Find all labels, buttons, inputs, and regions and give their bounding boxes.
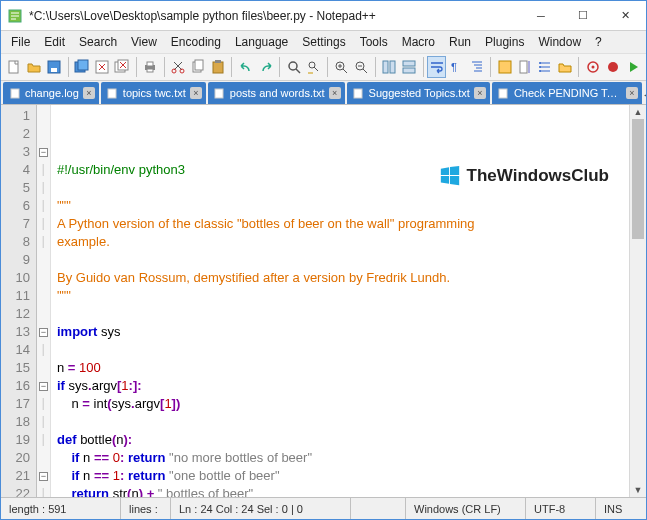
menu-search[interactable]: Search [73, 33, 123, 51]
tab-2[interactable]: posts and words.txt× [208, 82, 345, 104]
tab-close-icon[interactable]: × [83, 87, 95, 99]
window-title: *C:\Users\Love\Desktop\sample python fil… [29, 9, 520, 23]
menu-window[interactable]: Window [532, 33, 587, 51]
code-line[interactable]: A Python version of the classic "bottles… [57, 215, 629, 233]
fold-toggle-icon[interactable]: − [39, 328, 48, 337]
code-line[interactable]: example. [57, 233, 629, 251]
code-line[interactable]: return str(n) + " bottles of beer" [57, 485, 629, 497]
menu-plugins[interactable]: Plugins [479, 33, 530, 51]
menu-run[interactable]: Run [443, 33, 477, 51]
code-line[interactable]: def bottle(n): [57, 431, 629, 449]
scroll-down-icon[interactable]: ▼ [630, 483, 646, 497]
code-line[interactable] [57, 251, 629, 269]
print-button[interactable] [141, 56, 160, 78]
svg-rect-24 [403, 61, 415, 66]
sync-h-button[interactable] [400, 56, 419, 78]
line-number-gutter: 12345678910111213141516171819202122 [1, 105, 37, 497]
code-area[interactable]: TheWindowsClub #!/usr/bin/env python3 ""… [51, 105, 629, 497]
zoom-out-button[interactable] [352, 56, 371, 78]
menu-macro[interactable]: Macro [396, 33, 441, 51]
fold-column[interactable]: −│││││ −│ −│││ −│ [37, 105, 51, 497]
menu-file[interactable]: File [5, 33, 36, 51]
tab-close-icon[interactable]: × [329, 87, 341, 99]
status-encoding: UTF-8 [526, 498, 596, 519]
tab-4[interactable]: Check PENDING Topics E× [492, 82, 642, 104]
doc-map-button[interactable] [515, 56, 534, 78]
scrollbar-thumb[interactable] [632, 119, 644, 239]
indent-guide-button[interactable] [467, 56, 486, 78]
tab-1[interactable]: topics twc.txt× [101, 82, 206, 104]
status-eol: Windows (CR LF) [406, 498, 526, 519]
code-line[interactable]: By Guido van Rossum, demystified after a… [57, 269, 629, 287]
menu-language[interactable]: Language [229, 33, 294, 51]
menu-bar: FileEditSearchViewEncodingLanguageSettin… [1, 31, 646, 53]
menu-tools[interactable]: Tools [354, 33, 394, 51]
show-all-chars-button[interactable]: ¶ [447, 56, 466, 78]
redo-button[interactable] [256, 56, 275, 78]
tab-0[interactable]: change.log× [3, 82, 99, 104]
open-file-button[interactable] [25, 56, 44, 78]
user-lang-button[interactable] [495, 56, 514, 78]
file-icon [353, 87, 365, 99]
folder-as-workspace-button[interactable] [555, 56, 574, 78]
paste-button[interactable] [208, 56, 227, 78]
code-line[interactable] [57, 341, 629, 359]
replace-button[interactable] [304, 56, 323, 78]
svg-point-31 [539, 66, 541, 68]
tab-close-icon[interactable]: × [474, 87, 486, 99]
sync-v-button[interactable] [380, 56, 399, 78]
undo-button[interactable] [236, 56, 255, 78]
code-line[interactable] [57, 413, 629, 431]
cut-button[interactable] [168, 56, 187, 78]
fold-toggle-icon[interactable]: − [39, 148, 48, 157]
svg-point-32 [539, 70, 541, 72]
tab-bar: change.log×topics twc.txt×posts and word… [1, 81, 646, 105]
code-line[interactable]: """ [57, 197, 629, 215]
close-all-button[interactable] [113, 56, 132, 78]
tab-label: Check PENDING Topics E [514, 87, 622, 99]
find-button[interactable] [284, 56, 303, 78]
menu-view[interactable]: View [125, 33, 163, 51]
new-file-button[interactable] [5, 56, 24, 78]
code-line[interactable]: n = int(sys.argv[1]) [57, 395, 629, 413]
monitor-button[interactable] [583, 56, 602, 78]
code-line[interactable]: #!/usr/bin/env python3 [57, 161, 629, 179]
svg-rect-10 [147, 62, 153, 66]
svg-rect-36 [11, 89, 19, 98]
function-list-button[interactable] [535, 56, 554, 78]
tab-3[interactable]: Suggested Topics.txt× [347, 82, 490, 104]
save-button[interactable] [45, 56, 64, 78]
code-line[interactable]: if n == 0: return "no more bottles of be… [57, 449, 629, 467]
scroll-up-icon[interactable]: ▲ [630, 105, 646, 119]
record-macro-button[interactable] [603, 56, 622, 78]
file-icon [9, 87, 21, 99]
code-line[interactable]: """ [57, 287, 629, 305]
code-line[interactable]: if sys.argv[1:]: [57, 377, 629, 395]
copy-button[interactable] [188, 56, 207, 78]
tab-close-icon[interactable]: × [190, 87, 202, 99]
code-line[interactable]: if n == 1: return "one bottle of beer" [57, 467, 629, 485]
menu-[interactable]: ? [589, 33, 608, 51]
status-position: Ln : 24 Col : 24 Sel : 0 | 0 [171, 498, 351, 519]
code-line[interactable]: import sys [57, 323, 629, 341]
svg-rect-23 [390, 61, 395, 73]
code-line[interactable] [57, 305, 629, 323]
close-button[interactable] [93, 56, 112, 78]
tab-close-icon[interactable]: × [626, 87, 638, 99]
close-button[interactable]: ✕ [604, 2, 646, 30]
word-wrap-button[interactable] [427, 56, 446, 78]
menu-encoding[interactable]: Encoding [165, 33, 227, 51]
code-line[interactable]: n = 100 [57, 359, 629, 377]
vertical-scrollbar[interactable]: ▲ ▼ [629, 105, 646, 497]
save-all-button[interactable] [73, 56, 92, 78]
menu-edit[interactable]: Edit [38, 33, 71, 51]
fold-toggle-icon[interactable]: − [39, 382, 48, 391]
minimize-button[interactable]: ─ [520, 2, 562, 30]
fold-toggle-icon[interactable]: − [39, 472, 48, 481]
maximize-button[interactable]: ☐ [562, 2, 604, 30]
play-macro-button[interactable] [623, 56, 642, 78]
zoom-in-button[interactable] [332, 56, 351, 78]
menu-settings[interactable]: Settings [296, 33, 351, 51]
svg-rect-25 [403, 68, 415, 73]
code-line[interactable] [57, 179, 629, 197]
